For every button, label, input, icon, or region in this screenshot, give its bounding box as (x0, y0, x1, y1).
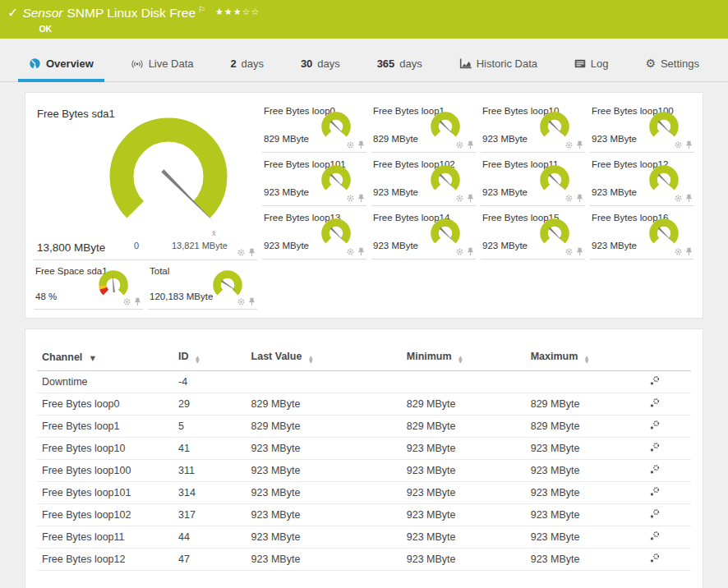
channel-gear-icon[interactable] (237, 297, 246, 306)
channel-settings-icon[interactable] (649, 464, 661, 475)
pin-icon[interactable] (357, 140, 365, 149)
cell-id: 29 (173, 393, 247, 416)
channel-settings-icon[interactable] (649, 397, 661, 408)
table-row[interactable]: Free Bytes loop102 317 923 MByte 923 MBy… (37, 504, 691, 526)
gauge-tile: Free Bytes loop100 923 MByte (590, 99, 694, 153)
cell-channel: Downtime (37, 371, 173, 393)
tab-30-days[interactable]: 30 days (297, 57, 344, 81)
channel-gear-icon[interactable] (455, 140, 464, 149)
table-row[interactable]: Free Bytes loop12 47 923 MByte 923 MByte… (37, 549, 691, 571)
table-row[interactable]: Free Bytes loop0 29 829 MByte 829 MByte … (37, 393, 691, 416)
cell-minimum: 923 MByte (402, 549, 526, 571)
gauge-tile: Free Bytes loop12 923 MByte (590, 153, 694, 206)
channel-gear-icon[interactable] (455, 194, 464, 203)
pin-icon[interactable] (685, 247, 693, 256)
status-badge: OK (39, 24, 260, 34)
cell-id: 47 (173, 549, 247, 571)
channel-settings-icon[interactable] (649, 508, 661, 519)
cell-minimum: 923 MByte (402, 460, 526, 482)
channel-gear-icon[interactable] (674, 140, 683, 149)
pin-icon[interactable] (357, 247, 365, 256)
flag-icon[interactable]: ⚐ (198, 2, 205, 17)
tab-live-data[interactable]: Live Data (127, 57, 198, 81)
channel-gear-icon[interactable] (674, 247, 683, 256)
channel-gear-icon[interactable] (455, 247, 464, 256)
tab-365-days[interactable]: 365 days (373, 57, 426, 81)
column-header-last-value[interactable]: Last Value ▲▼ (247, 351, 402, 371)
pin-icon[interactable] (248, 248, 256, 257)
channel-gear-icon[interactable] (346, 194, 355, 203)
sort-icon: ▲▼ (585, 356, 589, 363)
channel-settings-icon[interactable] (649, 531, 661, 541)
channel-gear-icon[interactable] (674, 194, 683, 203)
gauge-scale-max: 13,821 MByte (172, 241, 228, 250)
cell-channel: Free Bytes loop101 (37, 482, 173, 504)
channels-table-panel: Channel ▼ ID ▲▼ Last Value ▲▼ Minimum ▲▼… (25, 328, 703, 588)
priority-stars[interactable]: ★★★☆☆ (215, 5, 260, 20)
gauge-value: 829 MByte (373, 134, 418, 144)
channel-settings-icon[interactable] (649, 442, 661, 452)
pin-icon[interactable] (576, 140, 583, 149)
table-row[interactable]: Free Bytes loop10 41 923 MByte 923 MByte… (37, 438, 691, 460)
channel-gear-icon[interactable] (564, 140, 574, 149)
table-row[interactable]: Free Bytes loop100 311 923 MByte 923 MBy… (37, 460, 691, 482)
pin-icon[interactable] (576, 247, 583, 256)
object-kind-label: Sensor (22, 6, 62, 21)
gauge-value: 829 MByte (264, 134, 309, 144)
pin-icon[interactable] (357, 194, 365, 203)
cell-minimum: 923 MByte (402, 504, 526, 526)
cell-channel: Free Bytes loop0 (37, 393, 173, 416)
channel-gear-icon[interactable] (237, 248, 246, 257)
pin-icon[interactable] (685, 194, 693, 203)
pin-icon[interactable] (467, 194, 474, 203)
channel-settings-icon[interactable] (649, 420, 661, 430)
gauges-panel: Free Bytes sda1 x̄ 13,800 MByte 0 13,821… (25, 92, 703, 319)
cell-minimum: 829 MByte (402, 416, 526, 438)
gauge-tile: Free Bytes loop15 923 MByte (481, 206, 585, 260)
channel-settings-icon[interactable] (649, 553, 661, 563)
table-row[interactable]: Free Bytes loop101 314 923 MByte 923 MBy… (37, 482, 691, 504)
column-header-minimum[interactable]: Minimum ▲▼ (402, 351, 526, 371)
stars-filled: ★★★ (215, 7, 242, 17)
column-header-channel[interactable]: Channel ▼ (37, 351, 173, 371)
cell-minimum: 829 MByte (402, 393, 526, 416)
sort-icon: ▲▼ (309, 356, 313, 363)
cell-last-value: 923 MByte (247, 438, 402, 460)
column-header-maximum[interactable]: Maximum ▲▼ (526, 351, 638, 371)
pin-icon[interactable] (134, 297, 141, 306)
pin-icon[interactable] (248, 297, 256, 306)
tab-historic-data[interactable]: Historic Data (455, 57, 541, 81)
table-row[interactable]: Free Bytes loop1 5 829 MByte 829 MByte 8… (37, 416, 691, 438)
cell-last-value (247, 371, 402, 393)
cell-channel: Free Bytes loop10 (37, 438, 173, 460)
channel-gear-icon[interactable] (346, 140, 355, 149)
channel-settings-icon[interactable] (649, 486, 661, 497)
column-header-id[interactable]: ID ▲▼ (173, 351, 247, 371)
pin-icon[interactable] (685, 140, 693, 149)
cell-maximum: 923 MByte (526, 460, 638, 482)
channel-gear-icon[interactable] (564, 194, 574, 203)
cell-id: -4 (173, 371, 247, 393)
tab-overview[interactable]: Overview (25, 57, 98, 81)
channel-gear-icon[interactable] (122, 297, 131, 306)
pin-icon[interactable] (576, 194, 583, 203)
cell-maximum: 923 MByte (526, 438, 638, 460)
gauge-value: 923 MByte (264, 241, 309, 250)
channel-gear-icon[interactable] (564, 247, 574, 256)
status-ok-check-icon: ✓ (7, 6, 18, 21)
pin-icon[interactable] (467, 140, 474, 149)
channel-settings-icon[interactable] (649, 375, 661, 386)
tab-log[interactable]: Log (570, 57, 613, 81)
cell-minimum: 923 MByte (402, 438, 526, 460)
tab-settings[interactable]: ⚙ Settings (641, 57, 703, 81)
table-row[interactable]: Downtime -4 (37, 371, 691, 393)
cell-id: 311 (173, 460, 247, 482)
gauge-value: 923 MByte (592, 187, 637, 197)
pin-icon[interactable] (467, 247, 474, 256)
gauge-value: 923 MByte (592, 134, 637, 144)
channel-gear-icon[interactable] (346, 247, 355, 256)
gauge-tile: Free Bytes loop10 923 MByte (481, 99, 585, 153)
table-row[interactable]: Free Bytes loop11 44 923 MByte 923 MByte… (37, 526, 691, 549)
cell-maximum: 923 MByte (526, 504, 638, 526)
tab-2-days[interactable]: 2 days (226, 57, 268, 81)
